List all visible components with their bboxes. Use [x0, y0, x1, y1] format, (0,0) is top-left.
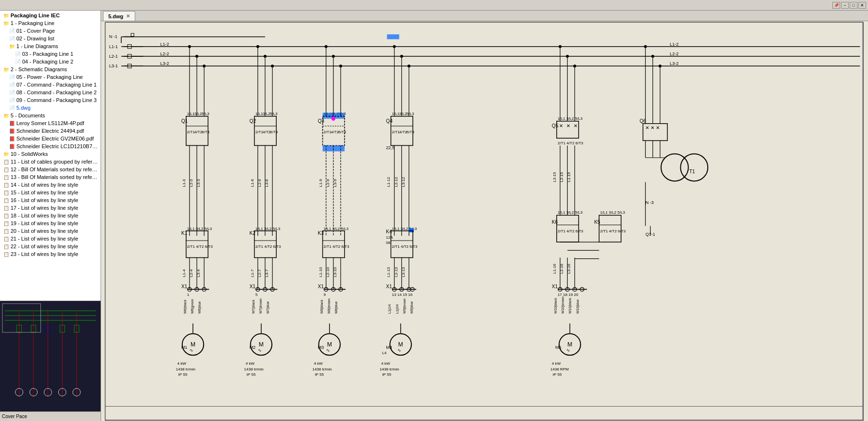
- close-button[interactable]: ✕: [858, 2, 866, 9]
- svg-text:L4: L4: [382, 351, 387, 355]
- list-green-icon: 📋: [3, 212, 10, 219]
- tree-item-doc2[interactable]: 📕Schneider Electric 24494.pdf: [1, 127, 100, 135]
- svg-text:22,5: 22,5: [386, 145, 395, 150]
- svg-text:Q2: Q2: [250, 118, 256, 124]
- tree-item-02[interactable]: 📄02 - Drawing list: [1, 35, 100, 42]
- tree-item-09[interactable]: 📄09 - Command - Packaging Line 3: [1, 96, 100, 104]
- tree-item-13[interactable]: 📋13 - Bill Of Materials sorted by refere…: [1, 173, 100, 181]
- tree-item-5doc[interactable]: 📁5 - Documents: [1, 112, 100, 119]
- svg-text:5/L3: 5/L3: [202, 112, 209, 116]
- svg-text:L2-15: L2-15: [560, 172, 564, 182]
- root-icon: 📁: [3, 12, 10, 19]
- svg-text:X1: X1: [181, 284, 188, 289]
- svg-text:4/T2: 4/T2: [331, 130, 339, 134]
- svg-point-322: [393, 45, 396, 48]
- svg-text:M: M: [327, 341, 332, 348]
- tree-item-1[interactable]: 📁1 - Packaging Line: [1, 19, 100, 27]
- tree-item-doc1[interactable]: 📕Leroy Somer LS112M-4P.pdf: [1, 119, 100, 127]
- tree-item-root[interactable]: 📁Packaging Line IEC: [1, 12, 100, 19]
- tree-item-12[interactable]: 📋12 - Bill Of Materials sorted by refere…: [1, 166, 100, 173]
- tree-item-01[interactable]: 📄01 - Cover Page: [1, 27, 100, 35]
- tree-item-5dwg[interactable]: 📄5.dwg: [1, 104, 100, 112]
- svg-text:L1-6: L1-6: [250, 179, 255, 187]
- svg-text:X1: X1: [552, 284, 558, 289]
- tree-label-17: 17 - List of wires by line style: [11, 205, 78, 211]
- tree-item-22[interactable]: 📋22 - List of wires by line style: [1, 242, 100, 250]
- tree-item-2sd[interactable]: 📁2 - Schematic Diagrams: [1, 65, 100, 73]
- svg-text:W9|blue: W9|blue: [410, 301, 414, 314]
- tree-label-1ld: 1 - Line Diagrams: [16, 43, 58, 49]
- tree-label-1: 1 - Packaging Line: [11, 20, 54, 26]
- document-tree[interactable]: 📁Packaging Line IEC📁1 - Packaging Line📄0…: [0, 11, 101, 301]
- svg-text:3/L2: 3/L2: [194, 112, 202, 116]
- tree-item-14[interactable]: 📋14 - List of wires by line style: [1, 181, 100, 189]
- svg-text:L3-15: L3-15: [552, 172, 557, 182]
- tree-item-18[interactable]: 📋18 - List of wires by line style: [1, 212, 100, 219]
- tree-item-21[interactable]: 📋21 - List of wires by line style: [1, 235, 100, 242]
- svg-point-327: [203, 64, 205, 67]
- tree-label-root: Packaging Line IEC: [11, 13, 60, 18]
- content-area: 5.dwg ✕ N -1 L1-1 L1-2: [101, 11, 868, 421]
- svg-text:08: 08: [386, 241, 391, 245]
- svg-text:1438 tr/min: 1438 tr/min: [244, 367, 264, 371]
- svg-text:5: 5: [255, 293, 258, 297]
- tree-item-doc3[interactable]: 📕Schneider Electric GV2ME06.pdf: [1, 135, 100, 142]
- svg-text:L3-10: L3-10: [333, 267, 337, 277]
- list-green-icon: 📋: [3, 220, 10, 227]
- svg-text:W6|black: W6|black: [183, 300, 187, 314]
- tree-item-04[interactable]: 📄04 - Packaging Line 2: [1, 58, 100, 65]
- svg-point-321: [325, 45, 328, 48]
- list-green-icon: 📋: [3, 251, 10, 257]
- svg-point-334: [644, 45, 647, 48]
- svg-text:L3-6: L3-6: [265, 179, 269, 187]
- tree-item-15[interactable]: 📋15 - List of wires by line style: [1, 189, 100, 196]
- svg-text:L3-13: L3-13: [401, 267, 406, 277]
- thumbnail-panel: [0, 301, 101, 411]
- svg-text:1/L1: 1/L1: [187, 112, 195, 116]
- tree-item-16[interactable]: 📋16 - List of wires by line style: [1, 196, 100, 204]
- doc-pdf-icon: 📕: [9, 143, 15, 150]
- svg-text:M4: M4: [386, 345, 392, 350]
- svg-text:∿: ∿: [566, 348, 570, 353]
- pin-button[interactable]: 📌: [832, 2, 840, 9]
- tree-item-doc4[interactable]: 📕Schneider Electric LC1D1210B7.pdf: [1, 142, 100, 150]
- tree-label-doc3: Schneider Electric GV2ME06.pdf: [16, 136, 94, 141]
- drawing-area[interactable]: N -1 L1-1 L1-2 L1-2 L2-1 L2-2 L2-2: [101, 21, 868, 421]
- tree-item-17[interactable]: 📋17 - List of wires by line style: [1, 204, 100, 212]
- maximize-button[interactable]: □: [850, 2, 857, 9]
- svg-text:M: M: [191, 341, 195, 348]
- tree-label-doc2: Schneider Electric 24494.pdf: [16, 128, 84, 134]
- minimize-button[interactable]: −: [841, 2, 849, 9]
- svg-text:L2-3: L2-3: [189, 179, 193, 187]
- svg-text:W7|blue: W7|blue: [266, 301, 270, 314]
- svg-text:1/L1 3/L2 5/L3: 1/L1 3/L2 5/L3: [255, 227, 281, 231]
- svg-text:2/T1: 2/T1: [187, 130, 195, 134]
- tree-item-23[interactable]: 📋23 - List of wires by line style: [1, 250, 100, 258]
- tree-item-08[interactable]: 📄08 - Command - Packaging Line 2: [1, 89, 100, 96]
- tree-item-19[interactable]: 📋19 - List of wires by line style: [1, 219, 100, 227]
- tree-item-20[interactable]: 📋20 - List of wires by line style: [1, 227, 100, 235]
- doc-red-icon: 📄: [9, 27, 15, 34]
- tree-item-1ld[interactable]: 📁1 - Line Diagrams: [1, 42, 100, 50]
- list-green-icon: 📋: [3, 204, 10, 211]
- svg-text:IP 55: IP 55: [315, 372, 324, 377]
- tree-item-05[interactable]: 📄05 - Power - Packaging Line: [1, 73, 100, 81]
- list-green-icon: 📋: [3, 228, 10, 234]
- svg-text:L3-16: L3-16: [567, 264, 571, 274]
- tab-close-button[interactable]: ✕: [126, 13, 130, 19]
- doc-blue-icon: 📄: [14, 51, 21, 57]
- svg-text:W7|brown: W7|brown: [259, 298, 263, 314]
- svg-text:IP 55: IP 55: [246, 372, 255, 377]
- svg-text:1: 1: [187, 293, 190, 297]
- doc-red-icon: 📄: [9, 74, 15, 80]
- tab-5dwg[interactable]: 5.dwg ✕: [103, 11, 135, 21]
- tree-item-07[interactable]: 📄07 - Command - Packaging Line 1: [1, 81, 100, 89]
- svg-text:1/L1 3/L2 5/L3: 1/L1 3/L2 5/L3: [558, 210, 583, 215]
- tree-item-11[interactable]: 📋11 - List of cables grouped by referenc…: [1, 158, 100, 166]
- tree-label-18: 18 - List of wires by line style: [11, 213, 78, 218]
- doc-red-icon: 📄: [9, 97, 15, 103]
- svg-point-329: [339, 64, 342, 67]
- tree-item-10sw[interactable]: 📁10 - SolidWorks: [1, 150, 100, 158]
- tree-item-03[interactable]: 📄03 - Packaging Line 1: [1, 50, 100, 58]
- tree-label-08: 08 - Command - Packaging Line 2: [16, 89, 97, 95]
